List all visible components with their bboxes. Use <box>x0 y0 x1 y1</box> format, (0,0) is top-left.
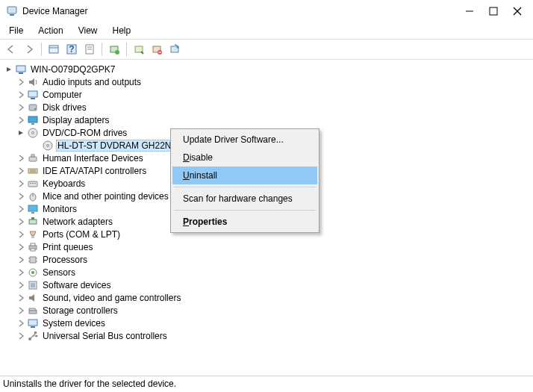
window-controls <box>464 6 527 16</box>
collapse-icon[interactable] <box>3 63 15 75</box>
expand-icon[interactable] <box>15 305 27 317</box>
tree-node-audio[interactable]: Audio inputs and outputs <box>3 75 533 88</box>
tree-label: Sound, video and game controllers <box>41 293 182 303</box>
context-separator <box>174 187 316 187</box>
monitor-icon <box>27 203 39 215</box>
port-icon <box>27 228 39 240</box>
close-button[interactable] <box>512 6 523 16</box>
expand-icon[interactable] <box>15 76 27 88</box>
expand-icon[interactable] <box>15 254 27 266</box>
collapse-icon[interactable] <box>15 127 27 139</box>
statusbar: Uninstalls the driver for the selected d… <box>0 376 533 392</box>
tree-node-software[interactable]: Software devices <box>3 279 533 291</box>
tree-node-processors[interactable]: Processors <box>3 253 533 266</box>
tree-root-label: WIN-O079DQ2GPK7 <box>29 64 116 75</box>
svg-text:?: ? <box>69 44 74 55</box>
hid-icon <box>27 152 39 164</box>
tree-label: Storage controllers <box>41 305 119 316</box>
expand-icon[interactable] <box>15 190 27 202</box>
maximize-button[interactable] <box>488 6 499 16</box>
expand-icon[interactable] <box>15 178 27 190</box>
svg-rect-33 <box>31 155 34 157</box>
menu-file[interactable]: File <box>3 24 29 37</box>
printer-icon <box>27 241 39 253</box>
tree-node-disk[interactable]: Disk drives <box>3 101 533 113</box>
minimize-button[interactable] <box>464 6 475 16</box>
tree-label: DVD/CD-ROM drives <box>41 128 128 138</box>
display-icon <box>27 114 39 126</box>
uninstall-button[interactable] <box>149 41 165 57</box>
tree-node-sensors[interactable]: Sensors <box>3 266 533 279</box>
tree-node-usb[interactable]: Universal Serial Bus controllers <box>3 329 533 342</box>
expand-icon[interactable] <box>15 292 27 304</box>
toolbar-separator <box>102 43 102 56</box>
context-uninstall[interactable]: Uninstall <box>172 167 317 184</box>
help-button[interactable]: ? <box>63 41 80 57</box>
menubar: File Action View Help <box>0 22 533 39</box>
tree-node-sound[interactable]: Sound, video and game controllers <box>3 291 533 304</box>
tree-label: Human Interface Devices <box>41 153 145 164</box>
expand-icon[interactable] <box>15 241 27 253</box>
context-update-driver[interactable]: Update Driver Software... <box>172 131 317 149</box>
usb-icon <box>27 330 39 342</box>
tree-root[interactable]: WIN-O079DQ2GPK7 <box>3 63 533 75</box>
ide-icon <box>27 165 39 177</box>
toolbar-separator <box>126 43 127 56</box>
expand-icon[interactable] <box>15 152 27 164</box>
expand-icon[interactable] <box>15 267 27 279</box>
tree-label: Software devices <box>41 280 112 290</box>
tree-label: Ports (COM & LPT) <box>41 229 122 240</box>
svg-rect-52 <box>30 257 36 263</box>
device-manager-icon <box>6 5 18 17</box>
tree-label: Print queues <box>41 242 94 252</box>
menu-view[interactable]: View <box>72 24 104 37</box>
expand-icon[interactable] <box>15 330 27 342</box>
scan-hardware-button[interactable] <box>166 41 183 57</box>
svg-point-68 <box>36 335 38 337</box>
tree-label: Display adapters <box>41 115 110 125</box>
keyboard-icon <box>27 178 39 190</box>
update-driver-button[interactable] <box>106 41 122 57</box>
back-button[interactable] <box>3 41 19 57</box>
show-hidden-button[interactable] <box>46 41 62 57</box>
svg-rect-60 <box>31 283 35 287</box>
forward-button[interactable] <box>21 41 37 57</box>
tree-node-printqueues[interactable]: Print queues <box>3 240 533 253</box>
svg-rect-21 <box>19 72 23 74</box>
context-disable[interactable]: Disable <box>172 149 317 167</box>
enable-button[interactable] <box>131 41 147 57</box>
software-icon <box>27 279 39 291</box>
tree-label: Network adapters <box>41 217 114 227</box>
toolbar-separator <box>41 43 42 56</box>
expand-icon[interactable] <box>15 317 27 329</box>
expand-icon[interactable] <box>15 165 27 177</box>
expand-icon[interactable] <box>15 228 27 240</box>
svg-rect-44 <box>31 212 34 214</box>
svg-point-29 <box>32 131 34 134</box>
svg-rect-3 <box>490 7 497 15</box>
menu-help[interactable]: Help <box>107 24 137 37</box>
svg-rect-51 <box>31 249 35 251</box>
svg-rect-43 <box>28 205 37 211</box>
mouse-icon <box>27 190 39 202</box>
context-properties[interactable]: Properties <box>172 213 317 231</box>
expand-icon[interactable] <box>15 216 27 228</box>
expand-icon[interactable] <box>15 279 27 291</box>
expand-icon[interactable] <box>15 203 27 215</box>
svg-rect-1 <box>10 14 14 16</box>
tree-node-system[interactable]: System devices <box>3 317 533 329</box>
tree-label: IDE ATA/ATAPI controllers <box>41 166 148 176</box>
tree-node-storage[interactable]: Storage controllers <box>3 304 533 317</box>
tree-node-display[interactable]: Display adapters <box>3 113 533 126</box>
svg-point-25 <box>34 108 36 110</box>
menu-action[interactable]: Action <box>32 24 69 37</box>
expand-icon[interactable] <box>15 89 27 101</box>
titlebar: Device Manager <box>0 0 533 22</box>
context-scan-hardware[interactable]: Scan for hardware changes <box>172 190 317 208</box>
expand-icon[interactable] <box>15 114 27 126</box>
dvd-icon <box>42 140 54 152</box>
tree-node-computer[interactable]: Computer <box>3 88 533 101</box>
svg-rect-20 <box>16 66 25 72</box>
properties-button[interactable] <box>81 41 98 57</box>
expand-icon[interactable] <box>15 102 27 113</box>
